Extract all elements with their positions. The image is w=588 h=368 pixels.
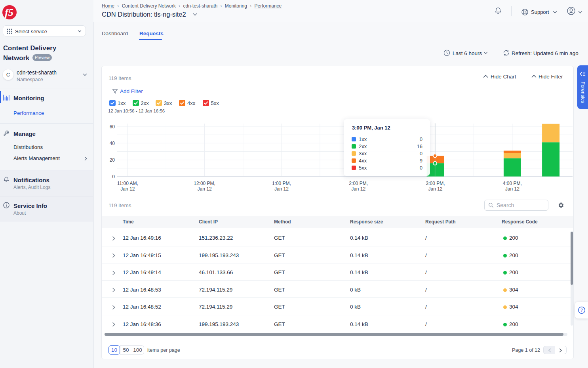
svg-text:Jan 12: Jan 12 bbox=[428, 186, 442, 192]
svg-text:f5: f5 bbox=[5, 7, 13, 18]
svg-text:12:00 PM,: 12:00 PM, bbox=[194, 181, 215, 186]
svg-text:1:00 PM,: 1:00 PM, bbox=[272, 181, 291, 186]
svg-text:4:00 PM,: 4:00 PM, bbox=[503, 181, 522, 186]
svg-text:0: 0 bbox=[112, 174, 115, 179]
svg-text:Jan 12: Jan 12 bbox=[198, 186, 212, 192]
svg-text:Jan 12: Jan 12 bbox=[120, 186, 135, 192]
svg-text:20: 20 bbox=[110, 157, 115, 163]
svg-text:Jan 12: Jan 12 bbox=[274, 186, 289, 192]
svg-text:Jan 12: Jan 12 bbox=[351, 186, 365, 192]
svg-text:Jan 12: Jan 12 bbox=[505, 186, 519, 192]
svg-text:3:00 PM,: 3:00 PM, bbox=[426, 181, 445, 186]
svg-text:60: 60 bbox=[110, 124, 115, 130]
svg-text:40: 40 bbox=[110, 141, 115, 146]
svg-text:2:00 PM,: 2:00 PM, bbox=[349, 181, 368, 186]
svg-text:?: ? bbox=[580, 308, 583, 313]
svg-text:11:00 AM,: 11:00 AM, bbox=[117, 181, 138, 186]
